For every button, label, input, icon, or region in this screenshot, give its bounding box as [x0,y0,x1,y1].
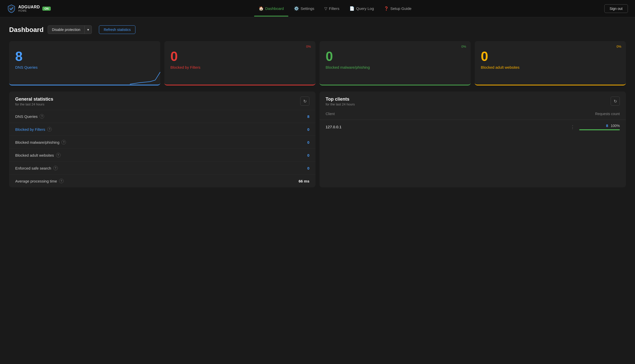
table-row: Blocked by Filters ? 0 [9,123,315,136]
disable-protection-dropdown[interactable]: ▾ [85,25,92,34]
safe-search-row-label: Enforced safe search ? [15,166,227,170]
navbar: ADGUARD HOME ON 🏠 Dashboard ⚙️ Settings … [0,0,635,17]
document-icon: 📄 [349,6,355,11]
blocked-malware-row-value: 0 [234,136,315,149]
table-row: Blocked adult websites ? 0 [9,149,315,162]
dns-queries-chart [130,69,160,85]
dns-queries-help-icon[interactable]: ? [40,114,44,119]
client-count: 8 [606,123,608,128]
avg-processing-row-value: 66 ms [234,175,315,188]
avg-processing-help-icon[interactable]: ? [59,179,64,183]
safe-search-help-icon[interactable]: ? [53,166,58,170]
blocked-adult-label: Blocked adult websites [481,65,620,69]
stats-table: DNS Queries ? 8 Blocked by Filters ? [9,110,315,187]
brand-name: ADGUARD [18,5,40,9]
chevron-down-icon: ▾ [87,28,89,32]
nav-item-settings[interactable]: ⚙️ Settings [289,1,319,16]
client-col-header: Client [326,112,595,116]
brand-badge: ON [42,7,51,11]
client-ip: 127.0.0.1 [326,125,566,129]
table-row: Average processing time ? 66 ms [9,175,315,188]
top-clients-refresh-button[interactable]: ↻ [611,97,620,106]
client-count-row: 8 100% [606,123,620,128]
brand: ADGUARD HOME ON [7,4,51,13]
refresh-icon: ↻ [614,99,617,104]
blocked-filters-row-label: Blocked by Filters ? [15,127,227,132]
blocked-malware-percent: 0% [461,45,466,48]
client-stats: 8 100% [579,123,620,130]
top-clients-title-group: Top clients for the last 24 hours [326,97,355,106]
requests-col-header: Requests count [595,112,620,116]
stat-card-blocked-filters: 0% 0 Blocked by Filters [164,41,315,85]
general-statistics-panel: General statistics for the last 24 hours… [9,92,315,187]
nav-item-query-log[interactable]: 📄 Query Log [345,1,378,16]
main-content: Dashboard Disable protection ▾ Refresh s… [0,17,635,195]
blocked-adult-percent: 0% [616,45,621,48]
nav-links: 🏠 Dashboard ⚙️ Settings ▽ Filters 📄 Quer… [66,1,604,16]
blocked-filters-row-value: 0 [234,123,315,136]
avg-processing-row-label: Average processing time ? [15,179,227,183]
top-clients-subtitle: for the last 24 hours [326,102,355,106]
stat-card-blocked-adult: 0% 0 Blocked adult websites [475,41,626,85]
list-item: 127.0.0.1 ⋮ 8 100% [320,120,626,134]
table-row: DNS Queries ? 8 [9,110,315,123]
client-percent: 100% [611,124,620,128]
client-bar-fill [579,129,620,130]
refresh-icon: ↻ [303,99,307,104]
blocked-malware-help-icon[interactable]: ? [61,140,66,144]
disable-protection-button[interactable]: Disable protection [48,25,85,34]
page-header: Dashboard Disable protection ▾ Refresh s… [9,25,626,34]
dns-queries-row-label: DNS Queries ? [15,114,227,119]
sign-out-button[interactable]: Sign out [604,4,628,13]
blocked-adult-row-label: Blocked adult websites ? [15,153,227,157]
filter-icon: ▽ [324,6,327,11]
blocked-filters-label: Blocked by Filters [170,65,309,69]
blocked-malware-value: 0 [326,49,465,64]
blocked-malware-row-label: Blocked malware/phishing ? [15,140,227,144]
brand-text: ADGUARD HOME [18,5,40,12]
general-statistics-title: General statistics [15,97,53,102]
nav-item-filters[interactable]: ▽ Filters [320,1,344,16]
brand-logo [7,4,16,13]
dns-queries-row-value: 8 [234,110,315,123]
clients-column-headers: Client Requests count [320,110,626,120]
client-menu-button[interactable]: ⋮ [570,124,575,130]
top-clients-panel: Top clients for the last 24 hours ↻ Clie… [320,92,626,187]
page-title: Dashboard [9,26,44,34]
bottom-panels: General statistics for the last 24 hours… [9,92,626,187]
general-statistics-subtitle: for the last 24 hours [15,102,53,106]
refresh-statistics-button[interactable]: Refresh statistics [99,25,136,34]
table-row: Enforced safe search ? 0 [9,162,315,175]
blocked-adult-help-icon[interactable]: ? [56,153,61,157]
stat-card-blocked-malware: 0% 0 Blocked malware/phishing [320,41,471,85]
stat-card-dns-queries: 8 DNS Queries [9,41,160,85]
gear-icon: ⚙️ [294,6,299,11]
blocked-malware-label: Blocked malware/phishing [326,65,465,69]
blocked-filters-help-icon[interactable]: ? [47,127,52,132]
general-statistics-refresh-button[interactable]: ↻ [300,97,309,106]
home-icon: 🏠 [259,6,264,11]
blocked-filters-percent: 0% [306,45,311,48]
top-clients-header: Top clients for the last 24 hours ↻ [320,92,626,110]
blocked-adult-row-value: 0 [234,149,315,162]
dns-queries-value: 8 [15,49,154,64]
top-clients-title: Top clients [326,97,355,102]
disable-protection-group: Disable protection ▾ [48,25,92,34]
question-icon: ❓ [384,6,389,11]
general-statistics-title-group: General statistics for the last 24 hours [15,97,53,106]
client-bar-track [579,129,620,130]
general-statistics-header: General statistics for the last 24 hours… [9,92,315,110]
stat-cards: 8 DNS Queries 0% 0 Blocked by Filters 0%… [9,41,626,85]
brand-sub: HOME [18,9,40,12]
blocked-adult-value: 0 [481,49,620,64]
nav-item-setup-guide[interactable]: ❓ Setup Guide [379,1,416,16]
dns-queries-label: DNS Queries [15,65,154,69]
safe-search-row-value: 0 [234,162,315,175]
nav-item-dashboard[interactable]: 🏠 Dashboard [254,1,288,16]
table-row: Blocked malware/phishing ? 0 [9,136,315,149]
blocked-filters-value: 0 [170,49,309,64]
